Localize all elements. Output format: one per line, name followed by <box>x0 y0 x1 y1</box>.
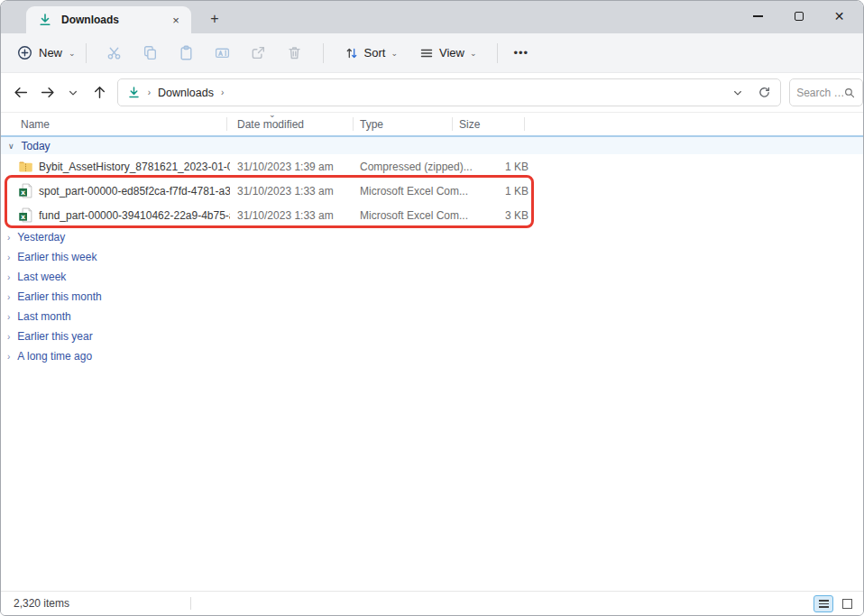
file-size: 1 KB <box>452 161 529 173</box>
sort-button[interactable]: Sort ⌄ <box>345 46 398 60</box>
download-icon <box>38 13 52 27</box>
status-bar: 2,320 items <box>1 591 863 615</box>
group-label: Yesterday <box>17 231 65 244</box>
group-label: Earlier this week <box>17 251 97 263</box>
breadcrumb[interactable]: › Downloads › <box>117 78 781 106</box>
search-icon <box>843 87 856 99</box>
group-header-last-month[interactable]: › Last month <box>1 307 863 326</box>
back-button[interactable] <box>8 79 34 106</box>
cut-button[interactable] <box>97 45 133 60</box>
maximize-button[interactable] <box>778 1 819 32</box>
excel-file-icon: x <box>18 183 33 198</box>
copy-button[interactable] <box>133 45 169 60</box>
group-label: Last week <box>17 271 66 283</box>
file-date-modified: 31/10/2023 1:39 am <box>237 161 334 173</box>
chevron-right-icon: › <box>7 253 10 262</box>
group-header-earlier-this-month[interactable]: › Earlier this month <box>1 287 863 307</box>
chevron-down-icon[interactable]: ∨ <box>8 142 14 151</box>
view-toggles <box>813 595 857 612</box>
status-divider <box>190 597 191 610</box>
group-header-a-long-time-ago[interactable]: › A long time ago <box>1 346 863 366</box>
new-button[interactable]: New ⌄ <box>17 45 76 60</box>
group-header-yesterday[interactable]: › Yesterday <box>1 227 863 247</box>
large-icons-view-icon <box>842 599 852 609</box>
address-bar: › Downloads › <box>1 73 863 113</box>
group-header-earlier-this-year[interactable]: › Earlier this year <box>1 326 863 346</box>
new-tab-button[interactable]: + <box>205 9 225 29</box>
tab-bar: Downloads × + ✕ <box>1 1 863 33</box>
column-header-type[interactable]: Type <box>360 118 383 131</box>
more-options-button[interactable]: ••• <box>513 46 529 60</box>
group-label: Earlier this year <box>17 330 92 343</box>
view-button-label: View <box>439 46 464 60</box>
tab-close-icon[interactable]: × <box>168 12 184 28</box>
file-list: Name ⌄ Date modified Type Size ∨ Today B… <box>1 113 863 593</box>
minimize-button[interactable] <box>738 1 778 32</box>
search-input[interactable] <box>796 87 843 99</box>
excel-file-icon: x <box>18 207 33 223</box>
toolbar-divider <box>323 43 324 63</box>
recent-locations-chevron-icon[interactable] <box>60 79 87 106</box>
minimize-icon <box>753 15 763 17</box>
tab-title: Downloads <box>61 14 168 26</box>
file-row-zip[interactable]: Bybit_AssetHistory_8781621_2023-01-01_20… <box>1 154 863 179</box>
chevron-down-icon: ⌄ <box>69 49 76 58</box>
file-row-spot[interactable]: x spot_part-00000-ed85f2ca-f7fd-4781-a3e… <box>1 179 863 203</box>
group-header-last-week[interactable]: › Last week <box>1 267 863 287</box>
plus-circle-icon <box>17 45 32 60</box>
column-header-row: Name ⌄ Date modified Type Size <box>1 113 863 135</box>
sort-arrows-icon <box>345 46 359 60</box>
file-row-fund[interactable]: x fund_part-00000-39410462-22a9-4b75-afb… <box>1 203 863 227</box>
column-divider[interactable] <box>452 117 453 131</box>
group-label: A long time ago <box>17 350 92 363</box>
file-date-modified: 31/10/2023 1:33 am <box>237 209 334 222</box>
chevron-down-icon: ⌄ <box>391 49 398 58</box>
toolbar-divider <box>497 43 498 63</box>
chevron-right-icon: › <box>7 352 10 362</box>
large-icons-view-button[interactable] <box>837 595 857 612</box>
details-view-button[interactable] <box>813 595 833 612</box>
file-explorer-window: Downloads × + ✕ New ⌄ <box>0 0 864 616</box>
chevron-right-icon: › <box>7 233 10 243</box>
delete-button[interactable] <box>277 45 313 60</box>
group-label: Earlier this month <box>17 290 101 303</box>
group-label-today: Today <box>22 140 51 152</box>
toolbar-divider <box>86 43 87 63</box>
file-name: fund_part-00000-39410462-22a9-4b75-afb1-… <box>39 209 230 222</box>
forward-button[interactable] <box>34 79 60 106</box>
address-dropdown-chevron-icon[interactable] <box>732 87 743 98</box>
column-header-name[interactable]: Name <box>21 118 50 131</box>
breadcrumb-separator: › <box>221 87 224 97</box>
share-button[interactable] <box>241 45 277 60</box>
zip-folder-icon <box>18 159 33 174</box>
svg-text:x: x <box>21 188 26 197</box>
download-icon <box>127 86 141 99</box>
window-controls: ✕ <box>738 1 859 33</box>
column-header-size[interactable]: Size <box>459 118 480 131</box>
group-header-today[interactable]: ∨ Today <box>1 135 863 154</box>
chevron-right-icon: › <box>7 272 10 282</box>
column-divider[interactable] <box>226 117 227 131</box>
file-name: Bybit_AssetHistory_8781621_2023-01-01_20… <box>39 161 230 173</box>
file-date-modified: 31/10/2023 1:33 am <box>237 185 334 198</box>
search-box[interactable] <box>789 78 863 106</box>
paste-button[interactable] <box>169 45 205 60</box>
column-divider[interactable] <box>353 117 354 131</box>
svg-text:x: x <box>21 213 26 221</box>
chevron-right-icon: › <box>7 312 10 322</box>
column-divider[interactable] <box>524 117 525 131</box>
column-header-date-modified[interactable]: Date modified <box>237 118 304 131</box>
chevron-down-icon: ⌄ <box>470 49 477 58</box>
group-label: Last month <box>17 310 70 323</box>
new-button-label: New <box>39 46 62 60</box>
group-header-earlier-this-week[interactable]: › Earlier this week <box>1 247 863 267</box>
refresh-icon[interactable] <box>758 86 771 99</box>
breadcrumb-separator: › <box>148 87 151 97</box>
rename-button[interactable] <box>205 45 241 60</box>
up-button[interactable] <box>87 79 113 106</box>
tab-downloads[interactable]: Downloads × <box>26 6 191 33</box>
view-button[interactable]: View ⌄ <box>419 46 477 60</box>
details-view-icon <box>819 600 829 602</box>
close-button[interactable]: ✕ <box>819 1 859 32</box>
breadcrumb-segment-downloads[interactable]: Downloads <box>158 87 214 99</box>
